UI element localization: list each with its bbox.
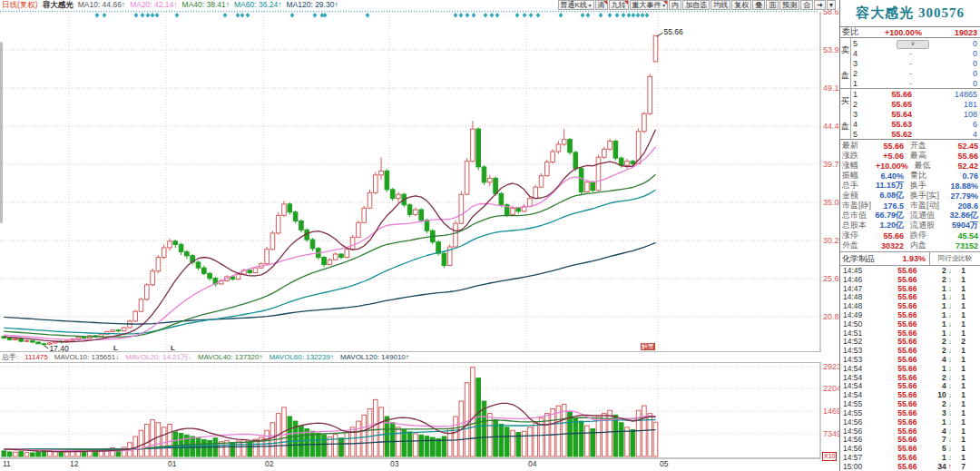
book-row[interactable]: 4-0 (851, 48, 980, 58)
book-price: 55.64 (864, 110, 936, 119)
book-volume: 0 (936, 49, 980, 58)
tick-extra-clipped: 1 (954, 301, 980, 310)
tick-row[interactable]: 14:5455.661↓1 (840, 364, 980, 373)
stat-value: 55.66 (876, 231, 904, 240)
tick-list: 14:4555.662↓114:4655.662↓114:4755.661↓11… (840, 266, 980, 471)
svg-text:55.66: 55.66 (664, 27, 684, 36)
arrow-down-icon: ↓ (946, 310, 955, 319)
stat-value: 6.40% (876, 172, 904, 181)
industry-compare-button[interactable]: 同行业比较 (929, 252, 980, 265)
tick-extra-clipped: 1 (954, 408, 980, 417)
tick-extra-clipped: 1 (954, 381, 980, 390)
stat-value: 18.88% (950, 182, 980, 191)
tick-row[interactable]: 14:5655.664↓1 (840, 427, 980, 436)
toolbar-button-普通K线[interactable]: 普通K线 ▾ (558, 0, 594, 10)
tick-row[interactable]: 14:5255.662↓2 (840, 338, 980, 347)
tick-row[interactable]: 14:5055.661↓1 (840, 319, 980, 329)
arrow-down-icon: ↓ (946, 381, 955, 390)
tick-price: 55.66 (868, 444, 916, 453)
book-row[interactable]: 2-0 (851, 68, 980, 78)
tick-row[interactable]: 14:5455.662↓1 (840, 373, 980, 382)
toolbar-button-均线[interactable]: 均线 (710, 0, 730, 10)
volume-ma-label: MAVOL10: 135651↓ (54, 353, 119, 361)
tick-extra-clipped: 7 (954, 462, 980, 471)
sell-book-label: 卖盘 (840, 38, 851, 88)
stat-value: 52.42 (955, 162, 980, 171)
toolbar-button-加自选[interactable]: 加自选 (682, 0, 710, 10)
tick-row[interactable]: 14:5355.664↓1 (840, 355, 980, 364)
book-level: 1 (851, 90, 864, 99)
toolbar-button-▾[interactable]: ▾ (827, 0, 836, 10)
toolbar-button-滴[interactable]: 滴 (595, 0, 608, 10)
ma-value-label: MA40: 38.41↑ (182, 0, 230, 10)
stat-row: 外盘30322内盘73152 (840, 240, 980, 250)
kline-chart[interactable]: 55.6617.40LL (0, 10, 821, 468)
toolbar-button-复权[interactable]: 复权 (731, 0, 751, 10)
tick-row[interactable]: 14:4655.662↓1 (840, 275, 980, 284)
toolbar-button-重大事件[interactable]: 重大事件 ▾ (630, 0, 669, 10)
toolbar-button-合[interactable]: 合 (800, 0, 813, 10)
book-row[interactable]: 255.65181 (851, 99, 980, 109)
stat-value: 73152 (950, 241, 980, 250)
tick-row[interactable]: 14:5755.661↓1 (840, 453, 980, 462)
arrow-down-icon: ↓ (946, 337, 955, 346)
collapse-chevron-button[interactable]: ∨ (897, 40, 929, 49)
tick-row[interactable]: 14:5655.661↓1 (840, 417, 980, 427)
tick-row[interactable]: 14:5455.664↓1 (840, 382, 980, 391)
tick-time: 14:45 (840, 266, 868, 275)
arrow-down-icon: ↓ (946, 364, 955, 373)
event-badge[interactable]: 解禁 (641, 343, 655, 350)
tick-row[interactable]: 14:5655.665↓1 (840, 444, 980, 453)
toolbar-button-预测[interactable]: 预测 (779, 0, 799, 10)
book-row[interactable]: 155.6614865 (851, 89, 980, 99)
toolbar-button-内[interactable]: 内 (669, 0, 681, 10)
book-row[interactable]: 355.64108 (851, 109, 980, 119)
tick-price: 55.66 (868, 408, 916, 417)
tick-volume: 2 (916, 399, 946, 408)
book-row[interactable]: 1-0 (851, 78, 980, 88)
tick-row[interactable]: 14:5555.662↓1 (840, 399, 980, 408)
tick-row[interactable]: 14:4555.662↓1 (840, 266, 980, 275)
stat-value: 45.54 (950, 231, 980, 240)
tick-time: 14:53 (840, 355, 868, 364)
weicha-value: 19023 (941, 28, 980, 37)
tick-row[interactable]: 14:4855.661↓1 (840, 301, 980, 310)
tick-row[interactable]: 14:4755.661↓1 (840, 284, 980, 293)
tick-price: 55.66 (868, 399, 916, 408)
tick-volume: 2 (916, 346, 946, 355)
stock-title: 容大感光 300576 (840, 0, 980, 26)
chart-toolbar: 普通K线 ▾滴九转重大事件 ▾内加自选均线复权叠面预测合➜▾ (558, 0, 838, 10)
tick-time: 14:56 (840, 444, 868, 453)
tick-time: 14:56 (840, 435, 868, 444)
tick-row[interactable]: 14:5155.661↓1 (840, 329, 980, 338)
arrow-down-icon: ↓ (946, 408, 955, 417)
book-price: - (864, 69, 936, 78)
toolbar-button-面[interactable]: 面 (766, 0, 779, 10)
ma-value-label: MA60: 36.24↑ (234, 0, 281, 10)
tick-time: 14:48 (840, 301, 868, 310)
toolbar-button-➜[interactable]: ➜ (814, 0, 826, 10)
tick-price: 55.66 (868, 301, 916, 310)
book-level: 2 (851, 69, 864, 78)
arrow-down-icon: ↓ (946, 319, 955, 329)
toolbar-button-九转[interactable]: 九转 (609, 0, 629, 10)
tick-row[interactable]: 14:5655.667↓1 (840, 435, 980, 444)
book-level: 3 (851, 110, 864, 119)
tick-row[interactable]: 14:5355.662↓1 (840, 346, 980, 355)
tick-row[interactable]: 15:0055.6634↑7 (840, 462, 980, 471)
tick-extra-clipped: 1 (954, 310, 980, 319)
tick-row[interactable]: 14:5455.6610↓1 (840, 390, 980, 399)
industry-name[interactable]: 化学制品 (840, 253, 875, 265)
book-row[interactable]: 555.624 (851, 129, 980, 139)
tick-volume: 10 (916, 390, 946, 399)
book-row[interactable]: 455.636 (851, 119, 980, 129)
book-row[interactable]: 3-0 (851, 58, 980, 68)
toolbar-button-叠[interactable]: 叠 (752, 0, 765, 10)
tick-row[interactable]: 14:4955.661↓1 (840, 310, 980, 319)
tick-extra-clipped: 1 (954, 417, 980, 427)
tick-row[interactable]: 14:4855.661↓1 (840, 292, 980, 301)
tick-price: 55.66 (868, 427, 916, 436)
stat-value: 30322 (876, 241, 904, 250)
tick-row[interactable]: 14:5555.663↓1 (840, 408, 980, 417)
tick-time: 14:48 (840, 292, 868, 301)
